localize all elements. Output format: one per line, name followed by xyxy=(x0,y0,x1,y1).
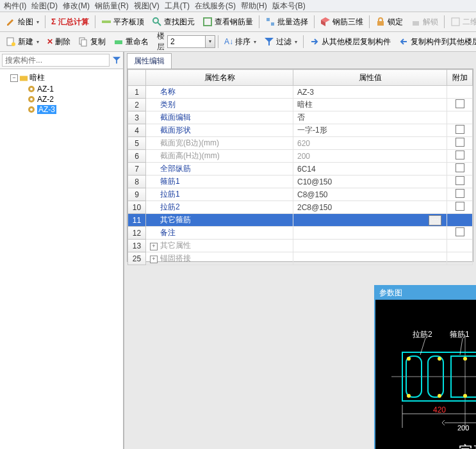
checkbox[interactable] xyxy=(455,138,464,147)
checkbox[interactable] xyxy=(455,151,464,159)
checkbox[interactable] xyxy=(455,99,464,108)
sum-button[interactable]: Σ 汇总计算 xyxy=(48,15,92,29)
menu-item[interactable]: 修改(​M) xyxy=(60,1,92,12)
prop-value-cell[interactable]: AZ-3 xyxy=(293,86,447,99)
table-row[interactable]: 4截面形状一字-1形 xyxy=(128,124,473,137)
prop-value-cell[interactable] xyxy=(293,240,447,252)
table-row[interactable]: 11其它箍筋⋯ xyxy=(128,214,473,227)
tree-item[interactable]: AZ-1 xyxy=(1,84,122,94)
prop-name-cell[interactable]: +其它属性 xyxy=(146,240,293,252)
floor-input[interactable] xyxy=(168,37,205,47)
copy-button[interactable]: 复制 xyxy=(75,35,109,49)
extra-cell[interactable] xyxy=(447,124,473,137)
prop-value-cell[interactable]: 一字-1形 xyxy=(293,124,447,137)
menu-item[interactable]: 版本号(​B) xyxy=(270,1,308,12)
delete-button[interactable]: ✕删除 xyxy=(44,35,74,49)
prop-name-cell[interactable]: 截面形状 xyxy=(146,124,293,137)
prop-name-cell[interactable]: 截面编辑 xyxy=(146,111,293,124)
checkbox[interactable] xyxy=(455,163,464,172)
table-row[interactable]: 2类别暗柱 xyxy=(128,99,473,111)
prop-value-cell[interactable] xyxy=(293,227,447,240)
prop-value-cell[interactable]: 否 xyxy=(293,111,447,124)
checkbox[interactable] xyxy=(455,125,464,134)
filter-button[interactable]: 过滤▾ xyxy=(261,35,300,49)
prop-value-cell[interactable] xyxy=(293,252,447,265)
table-row[interactable]: 10拉筋22C8@150 xyxy=(128,201,473,214)
prop-value-cell[interactable]: 暗柱 xyxy=(293,99,447,111)
prop-name-cell[interactable]: 截面宽(B边)(mm) xyxy=(146,137,293,150)
findelem-button[interactable]: 查找图元 xyxy=(149,15,198,29)
table-row[interactable]: 25+锚固搭接 xyxy=(128,252,473,265)
extra-cell[interactable] xyxy=(447,163,473,176)
menu-item[interactable]: 视图(​V) xyxy=(131,1,162,12)
prop-name-cell[interactable]: 截面高(H边)(mm) xyxy=(146,150,293,163)
menu-item[interactable]: 帮助(​H) xyxy=(238,1,270,12)
table-row[interactable]: 3截面编辑否 xyxy=(128,111,473,124)
prop-name-cell[interactable]: 其它箍筋 xyxy=(146,214,293,227)
floor-combo[interactable]: ▾ xyxy=(167,35,215,48)
extra-cell[interactable] xyxy=(447,214,473,227)
collapse-icon[interactable]: − xyxy=(10,74,18,82)
extra-cell[interactable] xyxy=(447,252,473,265)
copyfrom-button[interactable]: 从其他楼层复制构件 xyxy=(306,35,394,49)
prop-name-cell[interactable]: 备注 xyxy=(146,227,293,240)
extra-cell[interactable] xyxy=(447,201,473,214)
table-row[interactable]: 5截面宽(B边)(mm)620 xyxy=(128,137,473,150)
prop-name-cell[interactable]: 拉筋2 xyxy=(146,201,293,214)
prop-name-cell[interactable]: 拉筋1 xyxy=(146,188,293,201)
sort-button[interactable]: A↓排序▾ xyxy=(221,35,259,49)
checkbox[interactable] xyxy=(455,227,464,236)
menu-item[interactable]: 钢筋量(​R) xyxy=(92,1,131,12)
extra-cell[interactable] xyxy=(447,150,473,163)
table-row[interactable]: 1名称AZ-3 xyxy=(128,86,473,99)
menu-item[interactable]: 构件(​I) xyxy=(1,1,29,12)
checkbox[interactable] xyxy=(455,189,464,198)
bars3d-button[interactable]: 钢筋三维 xyxy=(317,15,366,29)
table-row[interactable]: 7全部纵筋6C14 xyxy=(128,163,473,176)
unlock-button[interactable]: 解锁 xyxy=(407,15,441,29)
parameter-diagram-window[interactable]: 参数图 xyxy=(374,285,476,449)
expand-icon[interactable]: + xyxy=(150,243,158,250)
tree-root[interactable]: − 暗柱 xyxy=(1,72,122,84)
extra-cell[interactable] xyxy=(447,240,473,252)
checkbox[interactable] xyxy=(455,202,464,211)
tree-item[interactable]: AZ-2 xyxy=(1,94,122,104)
col-value[interactable]: 属性值 xyxy=(293,70,447,86)
prop-name-cell[interactable]: 名称 xyxy=(146,86,293,99)
prop-value-cell[interactable]: 2C8@150 xyxy=(293,201,447,214)
prop-value-cell[interactable]: 200 xyxy=(293,150,447,163)
prop-name-cell[interactable]: +锚固搭接 xyxy=(146,252,293,265)
table-row[interactable]: 9拉筋1C8@150 xyxy=(128,188,473,201)
ellipsis-button[interactable]: ⋯ xyxy=(429,215,441,225)
menu-item[interactable]: 工具(​T) xyxy=(162,1,192,12)
diagram-title[interactable]: 参数图 xyxy=(375,286,476,300)
flatroof-button[interactable]: 平齐板顶 xyxy=(98,15,147,29)
extra-cell[interactable] xyxy=(447,111,473,124)
table-row[interactable]: 12备注 xyxy=(128,227,473,240)
prop-value-cell[interactable]: 620 xyxy=(293,137,447,150)
viewbars-button[interactable]: 查看钢筋量 xyxy=(199,15,256,29)
prop-name-cell[interactable]: 类别 xyxy=(146,99,293,111)
prop-value-cell[interactable]: C10@150 xyxy=(293,176,447,188)
funnel-icon[interactable] xyxy=(112,56,121,65)
prop-name-cell[interactable]: 全部纵筋 xyxy=(146,163,293,176)
extra-cell[interactable] xyxy=(447,227,473,240)
table-row[interactable]: 6截面高(H边)(mm)200 xyxy=(128,150,473,163)
extra-cell[interactable] xyxy=(447,137,473,150)
menu-item[interactable]: 绘图(​D) xyxy=(29,1,60,12)
col-extra[interactable]: 附加 xyxy=(447,70,473,86)
copyto-button[interactable]: 复制构件到其他楼层 xyxy=(395,35,476,49)
col-name[interactable]: 属性名称 xyxy=(146,70,293,86)
lock-button[interactable]: 锁定 xyxy=(372,15,406,29)
table-row[interactable]: 8箍筋1C10@150 xyxy=(128,176,473,188)
chevron-down-icon[interactable]: ▾ xyxy=(205,36,215,47)
prop-value-cell[interactable]: 6C14 xyxy=(293,163,447,176)
extra-cell[interactable] xyxy=(447,99,473,111)
dim2-button[interactable]: 二维▾ xyxy=(447,15,476,29)
new-button[interactable]: 新建▾ xyxy=(3,35,42,49)
prop-value-cell[interactable]: ⋯ xyxy=(293,214,447,227)
tree-item-selected[interactable]: AZ-3 xyxy=(1,104,122,115)
expand-icon[interactable]: + xyxy=(150,256,158,263)
prop-value-cell[interactable]: C8@150 xyxy=(293,188,447,201)
checkbox[interactable] xyxy=(455,176,464,185)
